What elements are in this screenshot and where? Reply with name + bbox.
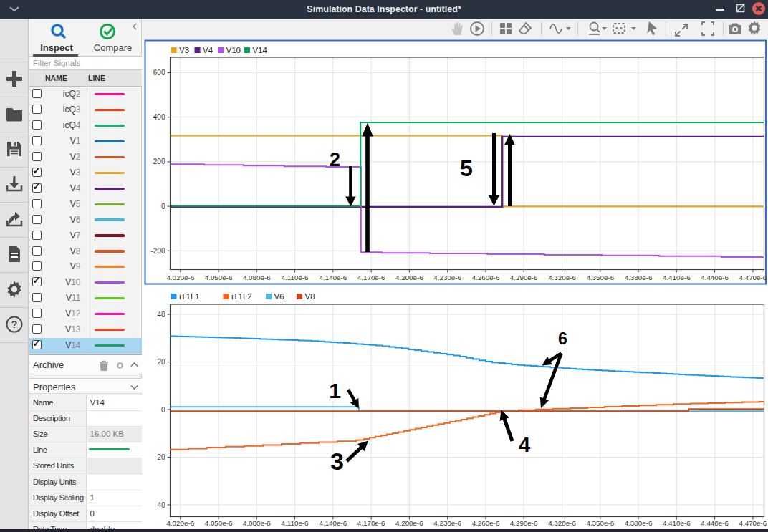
- svg-text:V4: V4: [203, 46, 213, 54]
- svg-text:4.020e-6: 4.020e-6: [166, 274, 194, 281]
- svg-text:4.200e-6: 4.200e-6: [395, 519, 423, 527]
- svg-text:V8: V8: [305, 292, 315, 301]
- svg-text:4.080e-6: 4.080e-6: [243, 274, 271, 281]
- svg-text:4.170e-6: 4.170e-6: [357, 519, 385, 527]
- svg-text:4.170e-6: 4.170e-6: [357, 274, 385, 281]
- svg-text:iT1L2: iT1L2: [231, 292, 252, 301]
- svg-text:6: 6: [558, 329, 567, 348]
- svg-text:4.410e-6: 4.410e-6: [663, 274, 691, 281]
- svg-text:4.290e-6: 4.290e-6: [510, 519, 538, 527]
- svg-text:-40: -40: [155, 501, 165, 509]
- svg-text:4.320e-6: 4.320e-6: [548, 519, 576, 527]
- svg-text:4.050e-6: 4.050e-6: [205, 519, 233, 527]
- svg-text:-200: -200: [150, 247, 165, 255]
- svg-text:4.260e-6: 4.260e-6: [472, 519, 500, 527]
- svg-text:V3: V3: [179, 46, 189, 54]
- svg-text:4.350e-6: 4.350e-6: [586, 274, 614, 281]
- svg-text:3: 3: [330, 448, 344, 475]
- svg-text:4.140e-6: 4.140e-6: [320, 519, 347, 527]
- svg-text:1: 1: [329, 379, 341, 402]
- svg-text:4.080e-6: 4.080e-6: [243, 519, 271, 527]
- svg-text:0: 0: [161, 203, 165, 211]
- svg-text:4.380e-6: 4.380e-6: [625, 519, 653, 527]
- svg-text:4.230e-6: 4.230e-6: [433, 274, 461, 281]
- svg-text:4.410e-6: 4.410e-6: [663, 519, 691, 527]
- svg-text:20: 20: [157, 358, 165, 366]
- svg-text:4.230e-6: 4.230e-6: [433, 519, 461, 527]
- svg-text:200: 200: [153, 158, 165, 165]
- svg-text:4.110e-6: 4.110e-6: [282, 519, 309, 527]
- svg-text:600: 600: [153, 69, 165, 77]
- svg-text:5: 5: [460, 155, 473, 181]
- svg-text:40: 40: [157, 311, 165, 319]
- svg-text:2: 2: [330, 149, 340, 170]
- svg-text:4.140e-6: 4.140e-6: [320, 274, 347, 281]
- svg-text:4.440e-6: 4.440e-6: [701, 519, 729, 527]
- svg-text:4.200e-6: 4.200e-6: [395, 274, 423, 281]
- svg-text:4.050e-6: 4.050e-6: [205, 274, 233, 281]
- svg-text:iT1L1: iT1L1: [179, 292, 200, 301]
- svg-text:4.020e-6: 4.020e-6: [166, 519, 194, 527]
- svg-text:V14: V14: [253, 46, 268, 54]
- svg-text:4.290e-6: 4.290e-6: [510, 274, 538, 281]
- svg-text:4.440e-6: 4.440e-6: [701, 274, 729, 281]
- svg-text:0: 0: [161, 406, 165, 414]
- svg-text:4.110e-6: 4.110e-6: [282, 274, 309, 281]
- svg-text:4.380e-6: 4.380e-6: [625, 274, 653, 281]
- svg-text:4.260e-6: 4.260e-6: [472, 274, 500, 281]
- svg-text:4.470e-6: 4.470e-6: [739, 519, 767, 527]
- svg-text:4.470e-6: 4.470e-6: [739, 274, 767, 281]
- svg-text:400: 400: [153, 113, 165, 121]
- svg-text:-20: -20: [155, 453, 165, 461]
- svg-text:V6: V6: [274, 292, 284, 301]
- svg-text:V10: V10: [226, 46, 241, 54]
- svg-text:4.320e-6: 4.320e-6: [548, 274, 576, 281]
- svg-text:4: 4: [519, 433, 530, 456]
- svg-text:4.350e-6: 4.350e-6: [586, 519, 614, 527]
- svg-text:?: ?: [11, 319, 18, 330]
